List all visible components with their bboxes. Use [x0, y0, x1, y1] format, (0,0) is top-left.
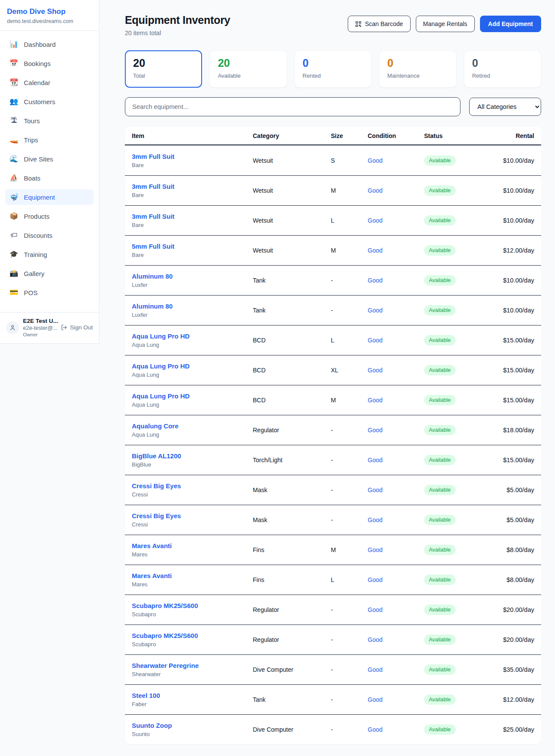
item-condition-link[interactable]: Good — [368, 307, 424, 314]
page-header: Equipment Inventory 20 items total Scan … — [125, 14, 541, 36]
sidebar-item-dashboard[interactable]: 📊Dashboard — [5, 36, 94, 52]
table-header-row: Item Category Size Condition Status Rent… — [125, 127, 541, 145]
item-size: S — [331, 157, 368, 164]
column-header-status: Status — [424, 132, 491, 139]
status-badge: Available — [424, 694, 456, 705]
sidebar-item-discounts[interactable]: 🏷Discounts — [5, 227, 94, 243]
add-equipment-button[interactable]: Add Equipment — [480, 16, 541, 32]
user-role: Owner — [23, 332, 57, 337]
item-condition-link[interactable]: Good — [368, 217, 424, 224]
item-cell: Aluminum 80Luxfer — [132, 302, 253, 318]
item-name-link[interactable]: Steel 100 — [132, 692, 253, 699]
table-row: Shearwater PeregrineShearwaterDive Compu… — [125, 654, 541, 684]
item-condition-link[interactable]: Good — [368, 726, 424, 733]
sidebar-item-bookings[interactable]: 📅Bookings — [5, 56, 94, 71]
item-status-cell: Available — [424, 545, 491, 555]
item-rental-rate: $15.00/day — [491, 337, 534, 344]
stat-card-retired[interactable]: 0Retired — [464, 50, 541, 88]
item-category: Regulator — [253, 606, 331, 613]
item-name-link[interactable]: 5mm Full Suit — [132, 243, 253, 250]
item-condition-link[interactable]: Good — [368, 427, 424, 434]
item-cell: 3mm Full SuitBare — [132, 213, 253, 228]
sidebar: Demo Dive Shop demo.test.divestreams.com… — [0, 0, 99, 344]
category-select[interactable]: All Categories — [469, 98, 541, 116]
item-category: BCD — [253, 337, 331, 344]
item-name-link[interactable]: Scubapro MK25/S600 — [132, 602, 253, 609]
sidebar-item-customers[interactable]: 👥Customers — [5, 94, 94, 109]
item-condition-link[interactable]: Good — [368, 277, 424, 284]
column-header-rental: Rental — [491, 132, 534, 139]
item-condition-link[interactable]: Good — [368, 696, 424, 703]
stat-card-maintenance[interactable]: 0Maintenance — [379, 50, 456, 88]
item-name-link[interactable]: Aluminum 80 — [132, 273, 253, 280]
item-name-link[interactable]: Cressi Big Eyes — [132, 482, 253, 490]
item-condition-link[interactable]: Good — [368, 187, 424, 194]
item-name-link[interactable]: Mares Avanti — [132, 542, 253, 549]
item-category: Wetsuit — [253, 247, 331, 254]
sidebar-item-tours[interactable]: 🏝Tours — [5, 113, 94, 128]
sidebar-item-boats[interactable]: ⛵Boats — [5, 170, 94, 186]
item-name-link[interactable]: Cressi Big Eyes — [132, 512, 253, 519]
item-status-cell: Available — [424, 275, 491, 286]
item-name-link[interactable]: Aluminum 80 — [132, 302, 253, 310]
sidebar-item-label: Boats — [24, 174, 40, 182]
sidebar-item-equipment[interactable]: 🤿Equipment — [5, 189, 94, 205]
item-name-link[interactable]: Aqua Lung Pro HD — [132, 332, 253, 340]
item-condition-link[interactable]: Good — [368, 576, 424, 583]
page-header-text: Equipment Inventory 20 items total — [125, 14, 230, 36]
item-name-link[interactable]: Suunto Zoop — [132, 722, 253, 729]
status-badge: Available — [424, 575, 456, 585]
package-icon: 📦 — [10, 213, 18, 220]
stat-value: 0 — [472, 57, 533, 69]
item-condition-link[interactable]: Good — [368, 606, 424, 613]
item-condition-link[interactable]: Good — [368, 157, 424, 164]
sidebar-item-dive-sites[interactable]: 🌊Dive Sites — [5, 151, 94, 167]
sidebar-item-products[interactable]: 📦Products — [5, 208, 94, 224]
item-cell: Mares AvantiMares — [132, 542, 253, 558]
item-condition-link[interactable]: Good — [368, 486, 424, 493]
sidebar-item-pos[interactable]: 💳POS — [5, 285, 94, 300]
equipment-table: Item Category Size Condition Status Rent… — [125, 127, 541, 744]
item-name-link[interactable]: BigBlue AL1200 — [132, 452, 253, 460]
stat-card-total[interactable]: 20Total — [125, 50, 202, 88]
shop-subdomain: demo.test.divestreams.com — [7, 18, 92, 24]
scan-barcode-button[interactable]: Scan Barcode — [348, 16, 411, 32]
item-brand: Luxfer — [132, 312, 253, 318]
item-name-link[interactable]: Aqualung Core — [132, 422, 253, 430]
manage-rentals-button[interactable]: Manage Rentals — [416, 16, 475, 32]
item-condition-link[interactable]: Good — [368, 397, 424, 404]
item-name-link[interactable]: Scubapro MK25/S600 — [132, 632, 253, 639]
sidebar-item-calendar[interactable]: 📆Calendar — [5, 75, 94, 90]
item-status-cell: Available — [424, 395, 491, 405]
tag-icon: 🏷 — [10, 232, 18, 239]
sign-out-button[interactable]: Sign Out — [61, 324, 93, 331]
item-name-link[interactable]: Aqua Lung Pro HD — [132, 392, 253, 400]
item-condition-link[interactable]: Good — [368, 666, 424, 673]
item-rental-rate: $10.00/day — [491, 307, 534, 314]
item-name-link[interactable]: 3mm Full Suit — [132, 213, 253, 220]
item-condition-link[interactable]: Good — [368, 247, 424, 254]
item-condition-link[interactable]: Good — [368, 457, 424, 463]
item-name-link[interactable]: Aqua Lung Pro HD — [132, 362, 253, 370]
sidebar-item-trips[interactable]: 🚤Trips — [5, 132, 94, 148]
item-name-link[interactable]: 3mm Full Suit — [132, 153, 253, 160]
user-avatar — [6, 321, 19, 334]
wave-icon: 🌊 — [10, 155, 18, 162]
item-condition-link[interactable]: Good — [368, 337, 424, 344]
item-condition-link[interactable]: Good — [368, 367, 424, 374]
item-condition-link[interactable]: Good — [368, 546, 424, 553]
stat-card-available[interactable]: 20Available — [209, 50, 287, 88]
sidebar-item-training[interactable]: 🎓Training — [5, 247, 94, 262]
stat-card-rented[interactable]: 0Rented — [294, 50, 372, 88]
shop-name[interactable]: Demo Dive Shop — [7, 7, 92, 16]
item-condition-link[interactable]: Good — [368, 516, 424, 523]
item-name-link[interactable]: Shearwater Peregrine — [132, 662, 253, 669]
item-cell: Aluminum 80Luxfer — [132, 273, 253, 288]
item-rental-rate: $8.00/day — [491, 576, 534, 583]
item-condition-link[interactable]: Good — [368, 636, 424, 643]
item-name-link[interactable]: 3mm Full Suit — [132, 183, 253, 190]
search-input[interactable] — [125, 97, 460, 116]
sidebar-item-label: Bookings — [24, 60, 51, 67]
sidebar-item-gallery[interactable]: 📸Gallery — [5, 266, 94, 281]
item-name-link[interactable]: Mares Avanti — [132, 572, 253, 579]
